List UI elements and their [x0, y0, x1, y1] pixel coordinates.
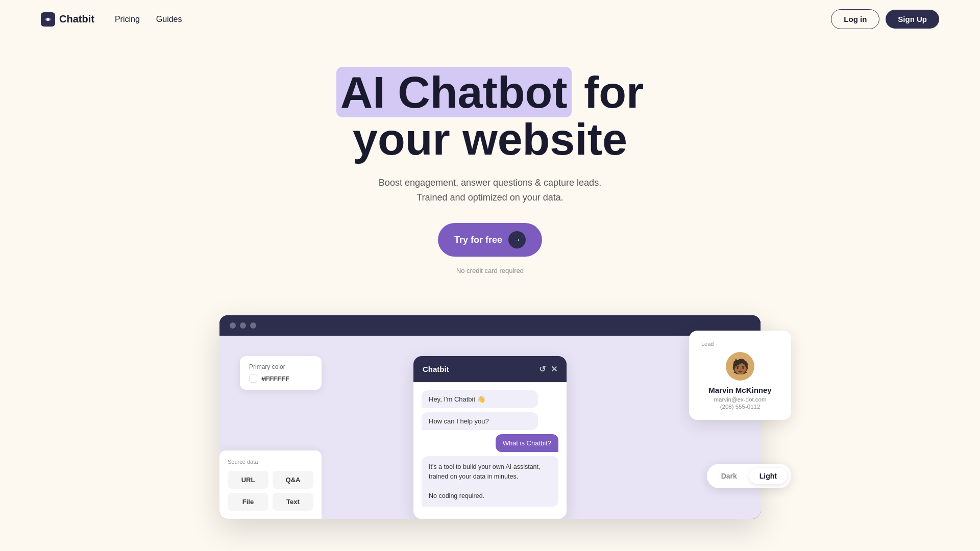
lead-avatar: 🧑🏾 [726, 352, 754, 381]
lead-email: marvin@ex-dot.com [701, 396, 779, 403]
color-swatch [249, 374, 257, 383]
nav-link-pricing[interactable]: Pricing [115, 15, 140, 24]
primary-color-card: Primary color #FFFFFF [240, 356, 322, 390]
refresh-icon[interactable]: ↺ [539, 364, 546, 374]
browser-content: Primary color #FFFFFF Chatbit ↺ ✕ [219, 336, 761, 519]
source-item-file[interactable]: File [228, 493, 268, 511]
primary-color-label: Primary color [249, 363, 312, 370]
hero-subtitle: Boost engagement, answer questions & cap… [368, 176, 612, 205]
cta-container: Try for free → [10, 223, 970, 263]
color-hex: #FFFFFF [261, 375, 289, 383]
source-data-card: Source data URL Q&A File Text [219, 450, 322, 519]
try-free-label: Try for free [454, 235, 502, 245]
chat-message-1: Hey, I'm Chatbit 👋 [422, 390, 538, 408]
source-item-qa[interactable]: Q&A [273, 471, 313, 489]
logo-text: Chatbit [59, 13, 94, 25]
source-data-label: Source data [228, 459, 313, 465]
lead-name: Marvin McKinney [701, 386, 779, 394]
chat-message-2: How can I help you? [422, 412, 538, 430]
source-data-grid: URL Q&A File Text [228, 471, 313, 511]
demo-wrapper: Primary color #FFFFFF Chatbit ↺ ✕ [219, 315, 761, 519]
theme-dark-button[interactable]: Dark [711, 468, 747, 484]
chatbot-body: Hey, I'm Chatbit 👋 How can I help you? W… [413, 382, 567, 519]
lead-card: Lead 🧑🏾 Marvin McKinney marvin@ex-dot.co… [689, 331, 791, 420]
nav-left: Chatbit Pricing Guides [41, 12, 182, 27]
chatbot-name: Chatbit [423, 365, 449, 373]
chatbot-header-icons: ↺ ✕ [539, 364, 557, 374]
nav-link-guides[interactable]: Guides [156, 15, 182, 24]
browser-dot-2 [240, 322, 246, 329]
arrow-icon: → [508, 231, 526, 248]
close-icon[interactable]: ✕ [551, 364, 557, 374]
signup-button[interactable]: Sign Up [886, 10, 939, 29]
logo-icon [41, 12, 55, 27]
nav-links: Pricing Guides [115, 15, 182, 24]
browser-dot-3 [250, 322, 256, 329]
login-button[interactable]: Log in [831, 9, 879, 29]
demo-section: Primary color #FFFFFF Chatbit ↺ ✕ [209, 315, 771, 519]
browser-window: Primary color #FFFFFF Chatbit ↺ ✕ [219, 315, 761, 519]
nav-right: Log in Sign Up [831, 9, 939, 29]
theme-toggle: Dark Light [707, 464, 791, 488]
chatbot-widget: Chatbit ↺ ✕ Hey, I'm Chatbit 👋 How can I… [413, 356, 567, 519]
source-item-url[interactable]: URL [228, 471, 268, 489]
chatbot-header: Chatbit ↺ ✕ [413, 356, 567, 382]
browser-dot-1 [230, 322, 236, 329]
hero-title-highlight: AI Chatbot [336, 67, 572, 117]
hero-title-line2: your website [353, 114, 627, 164]
try-free-button[interactable]: Try for free → [438, 223, 542, 257]
hero-title: AI Chatbot for your website [10, 69, 970, 163]
no-credit-text: No credit card required [10, 267, 970, 274]
hero-section: AI Chatbot for your website Boost engage… [0, 38, 980, 295]
chat-message-3: What is Chatbit? [496, 434, 558, 452]
source-item-text[interactable]: Text [273, 493, 313, 511]
theme-light-button[interactable]: Light [749, 468, 787, 484]
lead-phone: (208) 555-0112 [701, 404, 779, 410]
browser-bar [219, 315, 761, 336]
navbar: Chatbit Pricing Guides Log in Sign Up [0, 0, 980, 38]
chat-messages: Hey, I'm Chatbit 👋 How can I help you? W… [422, 390, 558, 511]
primary-color-value: #FFFFFF [249, 374, 312, 383]
lead-badge: Lead [701, 341, 779, 347]
logo[interactable]: Chatbit [41, 12, 94, 27]
svg-point-1 [46, 18, 50, 21]
chat-message-4: It's a tool to build your own AI assista… [422, 456, 558, 507]
